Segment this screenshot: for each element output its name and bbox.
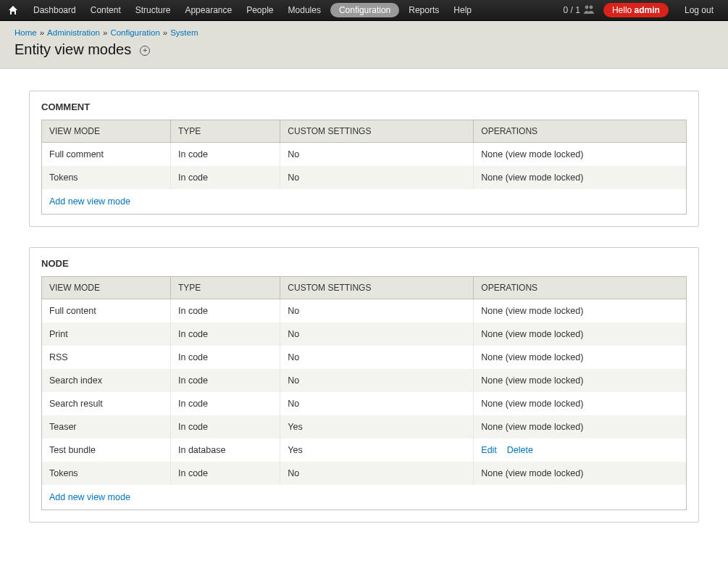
svg-point-1 bbox=[590, 5, 593, 9]
column-header: Type bbox=[171, 277, 280, 299]
cell-type: In code bbox=[171, 392, 280, 415]
cell-operations: None (view mode locked) bbox=[474, 323, 687, 346]
cell-view-mode: Full comment bbox=[42, 143, 171, 167]
toolbar-right: 0 / 1 Hello admin Log out bbox=[564, 1, 721, 20]
hello-user: admin bbox=[635, 5, 660, 15]
column-header: Custom settings bbox=[280, 120, 474, 143]
hello-prefix: Hello bbox=[612, 5, 635, 15]
add-shortcut-icon[interactable]: + bbox=[140, 46, 150, 56]
cell-custom: No bbox=[280, 392, 474, 415]
table-row: Test bundleIn databaseYesEditDelete bbox=[42, 439, 687, 462]
cell-operations: None (view mode locked) bbox=[474, 143, 687, 167]
cell-operations: None (view mode locked) bbox=[474, 462, 687, 485]
cell-view-mode: Teaser bbox=[42, 415, 171, 439]
entity-section: NodeView modeTypeCustom settingsOperatio… bbox=[29, 247, 699, 523]
admin-toolbar: DashboardContentStructureAppearancePeopl… bbox=[0, 0, 728, 21]
cell-custom: No bbox=[280, 166, 474, 189]
add-row: Add new view mode bbox=[42, 485, 687, 510]
nav-item-configuration[interactable]: Configuration bbox=[330, 3, 399, 17]
table-row: Full contentIn codeNoNone (view mode loc… bbox=[42, 299, 687, 323]
add-view-mode-link[interactable]: Add new view mode bbox=[49, 196, 130, 207]
cell-operations: None (view mode locked) bbox=[474, 392, 687, 415]
column-header: View mode bbox=[42, 120, 171, 143]
nav-item-people[interactable]: People bbox=[239, 1, 280, 20]
nav-item-modules[interactable]: Modules bbox=[281, 1, 328, 20]
cell-type: In code bbox=[171, 462, 280, 485]
nav-item-structure[interactable]: Structure bbox=[128, 1, 178, 20]
toolbar-left: DashboardContentStructureAppearancePeopl… bbox=[7, 4, 479, 16]
primary-nav: DashboardContentStructureAppearancePeopl… bbox=[26, 5, 479, 15]
people-icon bbox=[583, 4, 595, 17]
cell-view-mode: Search result bbox=[42, 392, 171, 415]
main-content: CommentView modeTypeCustom settingsOpera… bbox=[0, 69, 728, 561]
cell-custom: No bbox=[280, 323, 474, 346]
cell-type: In code bbox=[171, 369, 280, 392]
breadcrumb-link[interactable]: Configuration bbox=[110, 28, 159, 37]
breadcrumb-separator: » bbox=[40, 28, 44, 37]
column-header: View mode bbox=[42, 277, 171, 299]
page-title: Entity view modes + bbox=[14, 41, 714, 58]
cell-view-mode: Tokens bbox=[42, 462, 171, 485]
cell-custom: No bbox=[280, 299, 474, 323]
counter-text: 0 / 1 bbox=[564, 5, 580, 15]
cell-custom: No bbox=[280, 462, 474, 485]
breadcrumb-separator: » bbox=[103, 28, 107, 37]
breadcrumb: Home»Administration»Configuration»System bbox=[14, 28, 714, 37]
breadcrumb-link[interactable]: Home bbox=[14, 28, 37, 37]
cell-type: In code bbox=[171, 346, 280, 369]
table-row: TeaserIn codeYesNone (view mode locked) bbox=[42, 415, 687, 439]
nav-item-reports[interactable]: Reports bbox=[401, 1, 446, 20]
edit-link[interactable]: Edit bbox=[481, 445, 497, 455]
nav-item-help[interactable]: Help bbox=[446, 1, 479, 20]
add-row: Add new view mode bbox=[42, 189, 687, 215]
nav-item-appearance[interactable]: Appearance bbox=[177, 1, 239, 20]
page-header: Home»Administration»Configuration»System… bbox=[0, 21, 728, 69]
cell-custom: No bbox=[280, 369, 474, 392]
column-header: Operations bbox=[474, 120, 687, 143]
nav-item-dashboard[interactable]: Dashboard bbox=[26, 1, 83, 20]
table-row: TokensIn codeNoNone (view mode locked) bbox=[42, 166, 687, 189]
table-row: RSSIn codeNoNone (view mode locked) bbox=[42, 346, 687, 369]
cell-custom: No bbox=[280, 143, 474, 167]
view-modes-table: View modeTypeCustom settingsOperationsFu… bbox=[41, 120, 687, 215]
logout-link[interactable]: Log out bbox=[677, 1, 721, 20]
cell-view-mode: Print bbox=[42, 323, 171, 346]
nav-item-content[interactable]: Content bbox=[83, 1, 128, 20]
cell-type: In code bbox=[171, 299, 280, 323]
entity-section: CommentView modeTypeCustom settingsOpera… bbox=[29, 91, 699, 227]
cell-type: In code bbox=[171, 415, 280, 439]
cell-type: In code bbox=[171, 323, 280, 346]
delete-link[interactable]: Delete bbox=[507, 445, 533, 455]
table-row: PrintIn codeNoNone (view mode locked) bbox=[42, 323, 687, 346]
cell-operations: None (view mode locked) bbox=[474, 369, 687, 392]
cell-view-mode: Tokens bbox=[42, 166, 171, 189]
user-greeting[interactable]: Hello admin bbox=[603, 3, 669, 17]
column-header: Operations bbox=[474, 277, 687, 299]
page-title-text: Entity view modes bbox=[14, 41, 131, 58]
cell-view-mode: Search index bbox=[42, 369, 171, 392]
cell-operations: None (view mode locked) bbox=[474, 415, 687, 439]
cell-operations: None (view mode locked) bbox=[474, 166, 687, 189]
cell-custom: Yes bbox=[280, 415, 474, 439]
shortcut-counter[interactable]: 0 / 1 bbox=[564, 4, 595, 17]
column-header: Custom settings bbox=[280, 277, 474, 299]
cell-operations: None (view mode locked) bbox=[474, 346, 687, 369]
home-icon[interactable] bbox=[7, 4, 19, 16]
cell-view-mode: Test bundle bbox=[42, 439, 171, 462]
cell-custom: No bbox=[280, 346, 474, 369]
table-row: Search indexIn codeNoNone (view mode loc… bbox=[42, 369, 687, 392]
table-row: Search resultIn codeNoNone (view mode lo… bbox=[42, 392, 687, 415]
section-title: Comment bbox=[41, 101, 687, 112]
cell-type: In code bbox=[171, 166, 280, 189]
breadcrumb-link[interactable]: System bbox=[170, 28, 198, 37]
section-title: Node bbox=[41, 258, 687, 269]
svg-point-0 bbox=[585, 5, 589, 9]
breadcrumb-link[interactable]: Administration bbox=[47, 28, 100, 37]
table-row: TokensIn codeNoNone (view mode locked) bbox=[42, 462, 687, 485]
add-view-mode-link[interactable]: Add new view mode bbox=[49, 492, 130, 502]
table-row: Full commentIn codeNoNone (view mode loc… bbox=[42, 143, 687, 167]
cell-type: In database bbox=[171, 439, 280, 462]
breadcrumb-separator: » bbox=[163, 28, 167, 37]
cell-custom: Yes bbox=[280, 439, 474, 462]
cell-operations: EditDelete bbox=[474, 439, 687, 462]
